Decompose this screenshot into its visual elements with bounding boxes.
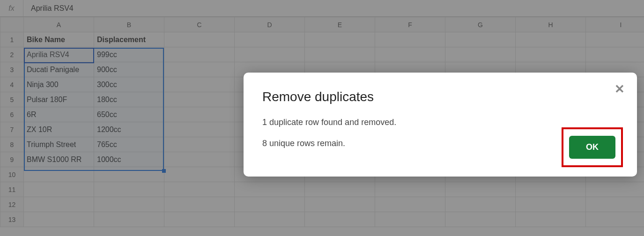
remove-duplicates-dialog: ✕ Remove duplicates 1 duplicate row foun… xyxy=(244,73,637,177)
dialog-message-1: 1 duplicate row found and removed. xyxy=(262,118,618,127)
dialog-title: Remove duplicates xyxy=(262,89,618,104)
close-icon[interactable]: ✕ xyxy=(614,83,625,95)
ok-button[interactable]: OK xyxy=(569,136,615,159)
ok-highlight: OK xyxy=(562,127,623,167)
